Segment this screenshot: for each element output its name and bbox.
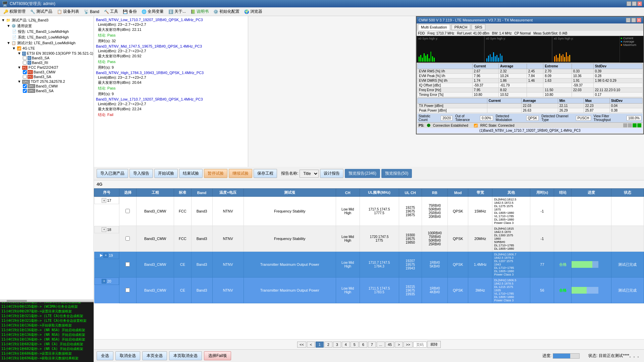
tree-item-fcc[interactable]: ▼ FC FCC Part22/24/27 — [1, 65, 92, 70]
menu-tools[interactable]: 🔨 工具 — [102, 8, 120, 15]
tree-item-root[interactable]: ▼ 📁 测试产品: LZ6j_Band3 — [1, 17, 92, 23]
tree-item-src-cmw[interactable]: SRC Band3_CMW — [1, 84, 92, 88]
report-select[interactable]: Title — [300, 170, 319, 178]
cell-testitem: Frequency Stability — [244, 197, 336, 226]
src-cmw-checkbox[interactable] — [23, 84, 27, 88]
page-4[interactable]: 4 — [342, 342, 350, 348]
menu-init-config[interactable]: ⚙️ 初始化配置 — [211, 8, 241, 15]
cell-progress — [571, 226, 611, 252]
cmw-maximize[interactable]: □ — [631, 18, 636, 22]
menu-about[interactable]: ℹ️ 关于... — [166, 8, 188, 15]
modulation: QPSK — [526, 116, 539, 121]
row18-checkbox[interactable] — [125, 236, 130, 241]
cell-ulch: 192751967519875 — [399, 197, 422, 226]
status-area: 状态: 目前正在测试****。。。 — [588, 353, 641, 359]
fcc-cmw-checkbox[interactable] — [23, 70, 27, 74]
start-test-btn[interactable]: 开始试验 — [154, 169, 178, 178]
end-test-btn[interactable]: 结束试验 — [179, 169, 203, 178]
cmw-close[interactable]: ✕ — [637, 18, 641, 22]
menu-band[interactable]: 📡 Band — [82, 9, 101, 15]
import-tested-btn[interactable]: 导入已测产品 — [97, 169, 128, 178]
page-1[interactable]: 1 — [316, 342, 324, 348]
menu-global-var[interactable]: 🌐 全局变量 — [140, 8, 166, 15]
close-button[interactable]: ✕ — [637, 1, 642, 6]
menu-browser[interactable]: 🌍 浏览器 — [242, 8, 264, 15]
page-select-all-btn[interactable]: 本页全选 — [142, 351, 167, 360]
page-last[interactable]: >> — [404, 342, 413, 348]
deselect-all-btn[interactable]: 取消全选 — [115, 351, 140, 360]
page-next[interactable]: > — [395, 342, 403, 348]
tree-arrow: ▼ — [17, 65, 21, 69]
tree-item-src-sa[interactable]: SRC Band3_SA — [1, 88, 92, 93]
band3-sa-checkbox[interactable] — [23, 56, 27, 60]
menu-quanxian[interactable]: 🔑 权限管理 — [1, 8, 28, 15]
band3-ri-checkbox[interactable] — [23, 61, 27, 65]
page-7[interactable]: 7 — [368, 342, 376, 348]
tree-item-plan[interactable]: ▼ 📋 测试计划: LTE_Band3_LowMidHigh — [1, 40, 92, 46]
page-goto-input[interactable] — [413, 342, 427, 348]
page-prev[interactable]: < — [307, 342, 315, 348]
page-first[interactable]: << — [297, 342, 306, 348]
tree-item-report[interactable]: 📄 报告: LTE_Band3_LowMidHigh — [1, 29, 92, 35]
cell-progress — [571, 252, 611, 278]
src-sa-checkbox[interactable] — [23, 89, 27, 93]
cell-check[interactable] — [119, 278, 136, 303]
page-5[interactable]: 5 — [351, 342, 359, 348]
tree-area[interactable]: ▼ 📁 测试产品: LZ6j_Band3 ▼ ⚙️ 通用设置 📄 报告: LTE… — [0, 16, 94, 300]
page-3[interactable]: 3 — [333, 342, 341, 348]
design-report-btn[interactable]: 设计报告 — [320, 169, 343, 178]
tab-prach[interactable]: PRACH — [451, 24, 471, 30]
tree-label: 系统: LTE_Band3_LowMidHigh — [18, 35, 69, 39]
tree-item-common[interactable]: ▼ ⚙️ 通用设置 — [1, 23, 92, 29]
expand-btn-19[interactable]: + — [103, 253, 108, 258]
select-fail-btn[interactable]: 选择Fail项 — [204, 351, 231, 360]
menu-device[interactable]: 📋 设备列表 — [55, 8, 81, 15]
import-report-btn[interactable]: 导入报告 — [129, 169, 153, 178]
tree-item-4g[interactable]: ▼ 📶 4G LTE — [1, 46, 92, 51]
data-table-container[interactable]: 序号 选择 工程 标准 Band 温度+电压 测试项 CH UL频率(MHz) … — [94, 188, 644, 339]
cell-other: DL(MHz):1812.51842.5 1872.5DL:1275 15751… — [492, 197, 530, 226]
th-rb: RB — [422, 189, 447, 197]
expand-btn-18[interactable]: + — [102, 227, 106, 232]
save-project-btn[interactable]: 保存工程 — [254, 169, 277, 178]
tree-item-system[interactable]: 📄 系统: LTE_Band3_LowMidHigh — [1, 35, 92, 40]
cell-check[interactable] — [119, 252, 136, 278]
row19-checkbox[interactable] — [125, 262, 130, 266]
page-deselect-all-btn[interactable]: 本页取消全选 — [169, 351, 202, 360]
menu-manual[interactable]: 📗 说明书 — [189, 8, 211, 15]
page-2[interactable]: 2 — [324, 342, 332, 348]
tree-item-fcc-sa[interactable]: FC Band3_SA — [1, 74, 92, 79]
tree-item-band3-sa[interactable]: © Band3_SA — [1, 56, 92, 60]
preview-2346-btn[interactable]: 预览报告(2346) — [345, 169, 380, 178]
tree-item-etsi[interactable]: ▼ © ETSI EN 301900-13(3GPP TS 36.521-1) — [1, 51, 92, 56]
menu-product[interactable]: 🔧 测试产品 — [28, 8, 54, 15]
preview-50-btn[interactable]: 预览报告(50) — [381, 169, 412, 178]
fcc-sa-checkbox[interactable] — [23, 75, 27, 79]
cmw-minimize[interactable]: _ — [626, 18, 631, 22]
tab-multi-eval[interactable]: Multi Evaluation — [418, 24, 450, 30]
system-icon: 📄 — [12, 35, 17, 39]
pause-test-btn[interactable]: 暂停试验 — [204, 169, 227, 178]
th-ulfreq: UL频率(MHz) — [360, 189, 399, 197]
tree-item-band3-ri[interactable]: © Band3_RI — [1, 60, 92, 65]
tree-item-fcc-cmw[interactable]: FC Band3_CMW — [1, 70, 92, 74]
select-all-btn[interactable]: 全选 — [97, 351, 113, 360]
tab-srs[interactable]: SRS — [472, 24, 485, 30]
tree-item-tdt[interactable]: ▼ SRC TD/T 2576.2&2578.2 — [1, 79, 92, 84]
cell-check[interactable] — [119, 226, 136, 252]
maximize-button[interactable]: □ — [632, 1, 637, 6]
page-45[interactable]: 45 — [385, 342, 394, 348]
goto-button[interactable]: 就转 — [427, 341, 441, 348]
row17-checkbox[interactable] — [125, 209, 130, 213]
cell-check[interactable] — [119, 197, 136, 226]
cell-expand: + 18 — [94, 226, 119, 233]
menu-backup[interactable]: 💾 备份 — [121, 8, 139, 15]
log-area[interactable]: 11小时19分1秒971毫秒->开始启动刷新框架11小时19分15秒46毫秒->… — [0, 302, 94, 362]
page-6[interactable]: 6 — [359, 342, 367, 348]
continue-test-btn[interactable]: 继续试验 — [229, 169, 252, 178]
expand-btn-20[interactable]: + — [102, 279, 106, 284]
row20-checkbox[interactable] — [125, 288, 130, 292]
minimize-button[interactable]: _ — [627, 1, 631, 6]
metric-evm-peak: EVM Peak [%] I/h 7.96 10.24 7.84 8.09 10… — [418, 74, 643, 78]
expand-btn-17[interactable]: + — [102, 198, 106, 203]
